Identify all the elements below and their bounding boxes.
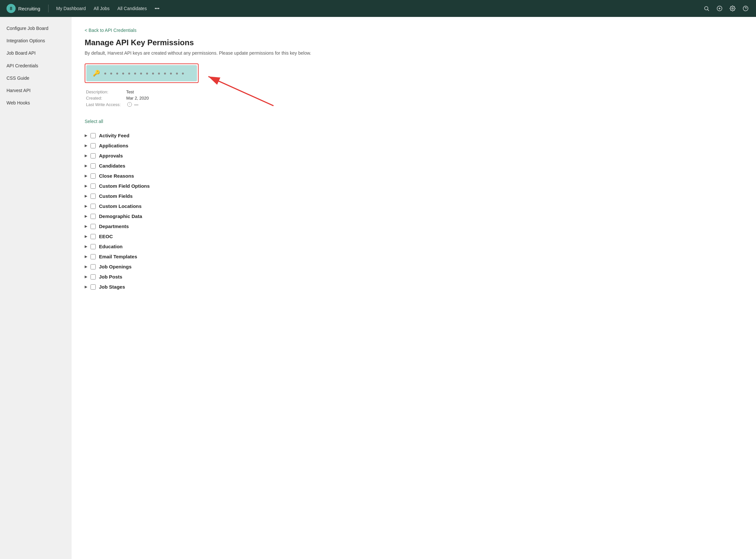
- permission-label[interactable]: Job Posts: [99, 274, 123, 280]
- permission-checkbox[interactable]: [90, 133, 96, 138]
- permission-checkbox[interactable]: [90, 153, 96, 158]
- key-icon: 🔑: [93, 70, 100, 77]
- permission-checkbox[interactable]: [90, 174, 96, 179]
- permission-label[interactable]: Job Stages: [99, 284, 125, 290]
- add-icon[interactable]: [716, 4, 723, 13]
- back-link[interactable]: < Back to API Credentials: [85, 28, 136, 33]
- brand: 8 Recruiting: [6, 4, 40, 13]
- expand-arrow-icon[interactable]: ▶: [85, 254, 87, 259]
- permission-item: ▶Education: [85, 241, 743, 251]
- sidebar-item-harvest-api[interactable]: Harvest API: [0, 84, 72, 97]
- help-icon[interactable]: [742, 4, 750, 13]
- sidebar-item-configure-job-board[interactable]: Configure Job Board: [0, 22, 72, 35]
- permission-item: ▶Approvals: [85, 151, 743, 161]
- svg-line-1: [708, 9, 709, 11]
- permission-item: ▶Custom Locations: [85, 201, 743, 211]
- permission-label[interactable]: Education: [99, 244, 123, 249]
- expand-arrow-icon[interactable]: ▶: [85, 133, 87, 138]
- sidebar-item-api-credentials[interactable]: API Credentials: [0, 60, 72, 72]
- search-icon[interactable]: [703, 4, 710, 13]
- permission-item: ▶Custom Field Options: [85, 181, 743, 191]
- nav-link-all-candidates[interactable]: All Candidates: [117, 6, 147, 11]
- nav-divider: [48, 4, 48, 13]
- permission-label[interactable]: Close Reasons: [99, 173, 134, 179]
- sidebar: Configure Job Board Integration Options …: [0, 17, 72, 559]
- svg-point-0: [705, 6, 708, 10]
- permission-checkbox[interactable]: [90, 244, 96, 249]
- permission-item: ▶EEOC: [85, 231, 743, 241]
- expand-arrow-icon[interactable]: ▶: [85, 234, 87, 239]
- permission-item: ▶Custom Fields: [85, 191, 743, 201]
- nav-links: My Dashboard All Jobs All Candidates •••: [56, 6, 695, 11]
- permission-label[interactable]: Candidates: [99, 163, 125, 169]
- permission-checkbox[interactable]: [90, 194, 96, 199]
- permission-checkbox[interactable]: [90, 284, 96, 290]
- top-nav: 8 Recruiting My Dashboard All Jobs All C…: [0, 0, 756, 17]
- permission-item: ▶Applications: [85, 140, 743, 151]
- permission-item: ▶Demographic Data: [85, 211, 743, 221]
- expand-arrow-icon[interactable]: ▶: [85, 154, 87, 158]
- permission-label[interactable]: Custom Fields: [99, 193, 132, 199]
- key-created: Created: Mar 2, 2020: [86, 96, 743, 100]
- permission-item: ▶Activity Feed: [85, 131, 743, 140]
- api-key-box: 🔑 ● ● ● ● ● ● ● ● ● ● ● ● ● ●: [86, 65, 197, 81]
- expand-arrow-icon[interactable]: ▶: [85, 265, 87, 269]
- sidebar-item-integration-options[interactable]: Integration Options: [0, 35, 72, 47]
- permission-label[interactable]: Approvals: [99, 153, 123, 158]
- brand-name: Recruiting: [18, 6, 40, 12]
- expand-arrow-icon[interactable]: ▶: [85, 285, 87, 289]
- gear-icon[interactable]: [729, 4, 736, 13]
- permission-item: ▶Departments: [85, 221, 743, 231]
- expand-arrow-icon[interactable]: ▶: [85, 204, 87, 208]
- api-key-value: ● ● ● ● ● ● ● ● ● ● ● ● ● ●: [104, 71, 185, 76]
- permission-checkbox[interactable]: [90, 274, 96, 280]
- expand-arrow-icon[interactable]: ▶: [85, 214, 87, 218]
- expand-arrow-icon[interactable]: ▶: [85, 174, 87, 178]
- permission-item: ▶Close Reasons: [85, 171, 743, 181]
- permission-label[interactable]: Applications: [99, 143, 128, 148]
- select-all-link[interactable]: Select all: [85, 119, 103, 124]
- permission-label[interactable]: Demographic Data: [99, 214, 142, 219]
- sidebar-item-css-guide[interactable]: CSS Guide: [0, 72, 72, 84]
- permission-checkbox[interactable]: [90, 214, 96, 219]
- expand-arrow-icon[interactable]: ▶: [85, 275, 87, 279]
- key-description: Description: Test: [86, 89, 743, 94]
- api-key-highlight-box: 🔑 ● ● ● ● ● ● ● ● ● ● ● ● ● ●: [85, 64, 199, 83]
- permission-checkbox[interactable]: [90, 204, 96, 209]
- nav-link-all-jobs[interactable]: All Jobs: [94, 6, 110, 11]
- permission-label[interactable]: Activity Feed: [99, 133, 129, 138]
- sidebar-item-job-board-api[interactable]: Job Board API: [0, 47, 72, 59]
- nav-link-dashboard[interactable]: My Dashboard: [56, 6, 86, 11]
- permission-label[interactable]: Email Templates: [99, 254, 137, 259]
- page-title: Manage API Key Permissions: [85, 38, 743, 47]
- permission-checkbox[interactable]: [90, 143, 96, 148]
- permission-checkbox[interactable]: [90, 163, 96, 169]
- main-content: < Back to API Credentials Manage API Key…: [72, 17, 756, 559]
- key-last-write: Last Write Access: —: [86, 102, 743, 107]
- permission-label[interactable]: EEOC: [99, 233, 113, 239]
- page-description: By default, Harvest API keys are created…: [85, 50, 743, 55]
- permission-label[interactable]: Job Openings: [99, 264, 132, 269]
- permission-item: ▶Job Posts: [85, 272, 743, 282]
- expand-arrow-icon[interactable]: ▶: [85, 184, 87, 188]
- permission-label[interactable]: Custom Locations: [99, 203, 142, 209]
- permission-item: ▶Job Stages: [85, 282, 743, 292]
- permission-checkbox[interactable]: [90, 224, 96, 229]
- permission-list: ▶Activity Feed▶Applications▶Approvals▶Ca…: [85, 131, 743, 292]
- expand-arrow-icon[interactable]: ▶: [85, 194, 87, 198]
- nav-link-more[interactable]: •••: [155, 6, 159, 11]
- expand-arrow-icon[interactable]: ▶: [85, 164, 87, 168]
- nav-actions: [703, 4, 750, 13]
- permission-label[interactable]: Departments: [99, 224, 129, 229]
- permission-checkbox[interactable]: [90, 183, 96, 189]
- layout: Configure Job Board Integration Options …: [0, 17, 756, 559]
- expand-arrow-icon[interactable]: ▶: [85, 244, 87, 249]
- permission-checkbox[interactable]: [90, 254, 96, 259]
- expand-arrow-icon[interactable]: ▶: [85, 224, 87, 228]
- permission-checkbox[interactable]: [90, 234, 96, 239]
- expand-arrow-icon[interactable]: ▶: [85, 143, 87, 148]
- permission-item: ▶Job Openings: [85, 262, 743, 272]
- permission-label[interactable]: Custom Field Options: [99, 183, 150, 189]
- sidebar-item-web-hooks[interactable]: Web Hooks: [0, 97, 72, 109]
- permission-checkbox[interactable]: [90, 264, 96, 269]
